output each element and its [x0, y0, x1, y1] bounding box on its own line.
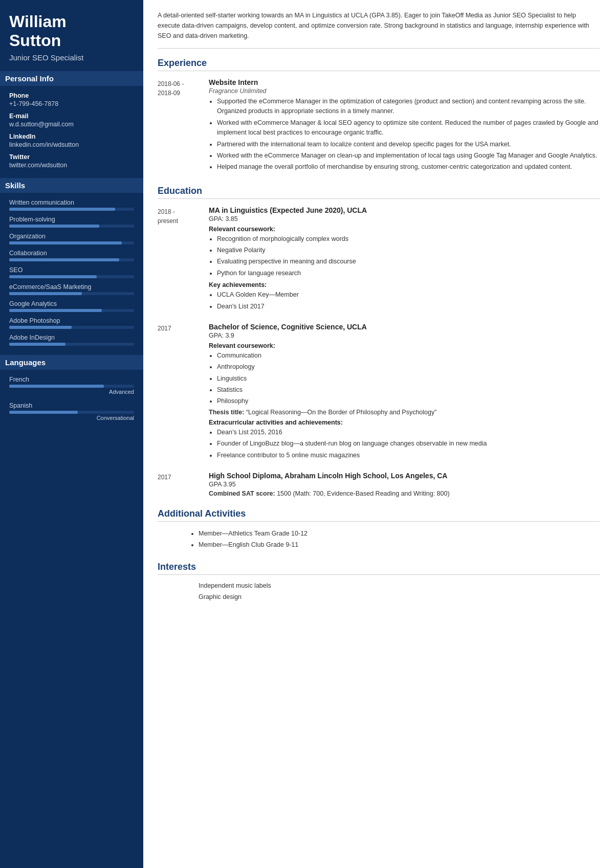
- list-item: Recognition of morphologically complex w…: [217, 234, 600, 244]
- skill-bar-fill: [9, 309, 102, 312]
- skill-bar-bg: [9, 292, 134, 295]
- list-item: Statistics: [217, 385, 600, 395]
- skill-name: Adobe Photoshop: [9, 317, 134, 324]
- skills-list: Written communication Problem-solving Or…: [9, 199, 134, 346]
- edu-content-2: High School Diploma, Abraham Lincoln Hig…: [209, 472, 600, 497]
- phone-value: +1-799-456-7878: [9, 100, 134, 107]
- list-item: Dean's List 2017: [217, 302, 600, 311]
- interests-section: Interests Independent music labelsGraphi…: [158, 562, 600, 600]
- skill-bar-fill: [9, 241, 122, 244]
- skill-bar-fill: [9, 275, 97, 278]
- candidate-title: Junior SEO Specialist: [9, 53, 134, 62]
- skill-bar-bg: [9, 275, 134, 278]
- edu-gpa-2: GPA 3.95: [209, 481, 600, 488]
- lang-level: Advanced: [9, 389, 134, 395]
- lang-bar-bg: [9, 385, 134, 388]
- lang-item: Spanish Conversational: [9, 402, 134, 421]
- list-item: Anthropology: [217, 362, 600, 372]
- entry-date-0: 2018-06 - 2018-09: [158, 78, 209, 174]
- skill-name: eCommerce/SaaS Marketing: [9, 283, 134, 291]
- experience-entry-0: 2018-06 - 2018-09 Website Intern Fragran…: [158, 78, 600, 174]
- list-item: Graphic design: [158, 593, 600, 600]
- skill-bar-bg: [9, 225, 134, 228]
- entry-content-0: Website Intern Fragrance Unlimited Suppo…: [209, 78, 600, 174]
- entry-org-0: Fragrance Unlimited: [209, 87, 600, 95]
- list-item: Member—English Club Grade 9-11: [199, 540, 600, 550]
- skill-name: Collaboration: [9, 250, 134, 257]
- skill-name: Google Analytics: [9, 300, 134, 307]
- edu-title-0: MA in Linguistics (Expected June 2020), …: [209, 206, 600, 214]
- twitter-label: Twitter: [9, 153, 134, 161]
- edu-thesis-1: Thesis title: “Logical Reasoning—On the …: [209, 409, 600, 416]
- lang-name: French: [9, 376, 134, 383]
- skill-bar-bg: [9, 258, 134, 261]
- education-entry-2: 2017 High School Diploma, Abraham Lincol…: [158, 472, 600, 497]
- twitter-field: Twitter twitter.com/wdsutton: [9, 153, 134, 169]
- skills-heading: Skills: [0, 178, 143, 193]
- list-item: Negative Polarity: [217, 246, 600, 255]
- edu-coursework-label-0: Relevant coursework:: [209, 226, 600, 233]
- email-value: w.d.sutton@gmail.com: [9, 121, 134, 128]
- activities-list: Member—Athletics Team Grade 10-12Member—…: [158, 529, 600, 550]
- edu-date-2: 2017: [158, 472, 209, 497]
- skill-bar-fill: [9, 326, 72, 329]
- experience-heading: Experience: [158, 58, 600, 71]
- skill-item: Adobe InDesign: [9, 334, 134, 346]
- skill-bar-bg: [9, 309, 134, 312]
- list-item: Linguistics: [217, 374, 600, 384]
- edu-content-1: Bachelor of Science, Cognitive Science, …: [209, 323, 600, 462]
- list-item: Communication: [217, 351, 600, 361]
- skill-bar-fill: [9, 258, 119, 261]
- lang-name: Spanish: [9, 402, 134, 409]
- skill-item: Collaboration: [9, 250, 134, 261]
- languages-list: French Advanced Spanish Conversational: [9, 376, 134, 421]
- activities-heading: Additional Activities: [158, 508, 600, 522]
- entry-title-0: Website Intern: [209, 78, 600, 86]
- skill-item: eCommerce/SaaS Marketing: [9, 283, 134, 295]
- edu-sat-2: Combined SAT score: 1500 (Math: 700, Evi…: [209, 490, 600, 497]
- list-item: Partnered with the international team to…: [217, 140, 600, 149]
- edu-achievements-0: UCLA Golden Key—MemberDean's List 2017: [209, 290, 600, 311]
- list-item: Evaluating perspective in meaning and di…: [217, 257, 600, 266]
- list-item: UCLA Golden Key—Member: [217, 290, 600, 300]
- edu-gpa-1: GPA: 3.9: [209, 332, 600, 339]
- education-entry-1: 2017 Bachelor of Science, Cognitive Scie…: [158, 323, 600, 462]
- list-item: Member—Athletics Team Grade 10-12: [199, 529, 600, 539]
- edu-title-2: High School Diploma, Abraham Lincoln Hig…: [209, 472, 600, 480]
- skill-name: Adobe InDesign: [9, 334, 134, 341]
- entry-bullets-0: Supported the eCommerce Manager in the o…: [209, 97, 600, 172]
- lang-level: Conversational: [9, 415, 134, 421]
- skill-item: Google Analytics: [9, 300, 134, 312]
- edu-date-1: 2017: [158, 323, 209, 462]
- skill-name: Written communication: [9, 199, 134, 206]
- edu-extra-1: Dean’s List 2015, 2016Founder of LingoBu…: [209, 428, 600, 460]
- summary-text: A detail-oriented self-starter working t…: [158, 10, 600, 49]
- list-item: Worked with eCommerce Manager & local SE…: [217, 118, 600, 138]
- edu-coursework-1: CommunicationAnthropologyLinguisticsStat…: [209, 351, 600, 407]
- skill-item: SEO: [9, 266, 134, 278]
- activities-section: Additional Activities Member—Athletics T…: [158, 508, 600, 550]
- interests-heading: Interests: [158, 562, 600, 575]
- skill-bar-bg: [9, 208, 134, 211]
- sidebar: WilliamSutton Junior SEO Specialist Pers…: [0, 0, 143, 868]
- list-item: Supported the eCommerce Manager in the o…: [217, 97, 600, 117]
- main-content: A detail-oriented self-starter working t…: [143, 0, 614, 868]
- list-item: Philosophy: [217, 396, 600, 406]
- lang-bar-bg: [9, 411, 134, 414]
- skill-item: Written communication: [9, 199, 134, 211]
- resume-container: WilliamSutton Junior SEO Specialist Pers…: [0, 0, 614, 868]
- skill-item: Adobe Photoshop: [9, 317, 134, 329]
- list-item: Independent music labels: [158, 582, 600, 589]
- edu-extra-label-1: Extracurricular activities and achieveme…: [209, 419, 600, 426]
- personal-info-fields: Phone +1-799-456-7878 E-mail w.d.sutton@…: [9, 92, 134, 169]
- lang-bar-fill: [9, 385, 104, 388]
- edu-title-1: Bachelor of Science, Cognitive Science, …: [209, 323, 600, 331]
- list-item: Worked with the eCommerce Manager on cle…: [217, 151, 600, 161]
- skill-item: Problem-solving: [9, 216, 134, 228]
- skill-name: Problem-solving: [9, 216, 134, 223]
- list-item: Founder of LingoBuzz blog—a student-run …: [217, 439, 600, 449]
- skill-item: Organization: [9, 233, 134, 244]
- skill-name: SEO: [9, 266, 134, 274]
- skill-bar-fill: [9, 225, 99, 228]
- skill-bar-fill: [9, 208, 115, 211]
